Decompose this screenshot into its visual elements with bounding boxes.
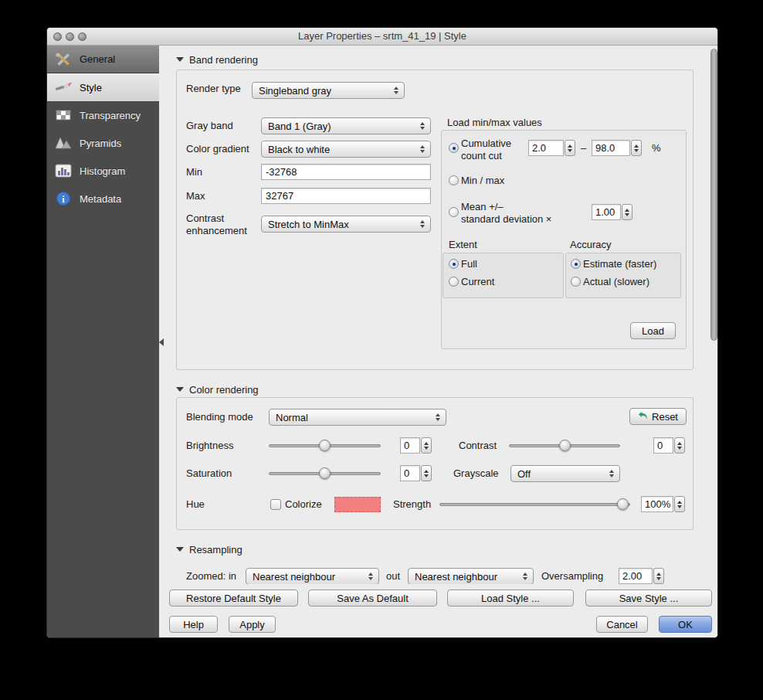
restore-default-style-button[interactable]: Restore Default Style xyxy=(169,590,298,607)
popup-arrows-icon xyxy=(521,573,530,580)
button-label: Load Style ... xyxy=(481,593,540,604)
sidebar-item-general[interactable]: General xyxy=(47,46,159,73)
sidebar-item-transparency[interactable]: Transparency xyxy=(47,101,159,129)
saturation-slider[interactable] xyxy=(269,467,381,479)
ok-button[interactable]: OK xyxy=(659,616,712,633)
style-scroll-area: Band rendering Render type Singleband gr… xyxy=(159,46,718,584)
save-as-default-button[interactable]: Save As Default xyxy=(308,590,437,607)
load-minmax-title: Load min/max values xyxy=(447,117,542,129)
cumulative-max-value[interactable]: 98.0 xyxy=(592,140,630,156)
stepper-icon[interactable] xyxy=(421,465,432,481)
resampling-header[interactable]: Resampling xyxy=(176,543,242,556)
minimize-window-icon[interactable] xyxy=(66,32,74,41)
button-label: Save As Default xyxy=(337,593,409,604)
load-button[interactable]: Load xyxy=(630,322,676,339)
slider-thumb[interactable] xyxy=(559,440,571,451)
saturation-spinner[interactable]: 0 xyxy=(400,465,432,481)
titlebar[interactable]: Layer Properties – srtm_41_19 | Style xyxy=(47,28,717,46)
color-gradient-select[interactable]: Black to white xyxy=(261,141,431,158)
blending-mode-label: Blending mode xyxy=(186,411,253,423)
blending-mode-select[interactable]: Normal xyxy=(269,409,446,426)
stddev-spinner[interactable]: 1.00 xyxy=(592,204,632,220)
color-rendering-header[interactable]: Color rendering xyxy=(176,383,259,396)
contrast-enhancement-label: enhancement xyxy=(186,225,247,237)
button-label: Apply xyxy=(239,619,265,630)
stepper-icon[interactable] xyxy=(631,140,642,156)
mean-stddev-radio[interactable] xyxy=(449,207,459,217)
zoomed-out-value: Nearest neighbour xyxy=(415,571,521,583)
stepper-icon[interactable] xyxy=(565,140,575,156)
sidebar-item-style[interactable]: Style xyxy=(47,73,159,101)
render-type-select[interactable]: Singleband gray xyxy=(252,82,405,99)
min-label: Min xyxy=(186,166,202,178)
stepper-icon[interactable] xyxy=(653,568,664,584)
max-input[interactable]: 32767 xyxy=(261,188,431,204)
accuracy-actual-radio[interactable] xyxy=(571,277,581,287)
extent-label: Extent xyxy=(449,239,477,251)
help-button[interactable]: Help xyxy=(169,616,218,633)
zoomed-in-select[interactable]: Nearest neighbour xyxy=(246,568,379,584)
stepper-icon[interactable] xyxy=(674,437,685,454)
vertical-scrollbar[interactable] xyxy=(710,49,717,341)
oversampling-spinner[interactable]: 2.00 xyxy=(619,568,664,584)
brightness-slider[interactable] xyxy=(269,440,381,451)
contrast-enhancement-value: Stretch to MinMax xyxy=(268,219,418,230)
brightness-spinner[interactable]: 0 xyxy=(400,437,432,454)
cumulative-min-value[interactable]: 2.0 xyxy=(528,140,564,156)
strength-spinner[interactable]: 100% xyxy=(641,496,685,512)
slider-thumb[interactable] xyxy=(319,440,331,451)
load-style-button[interactable]: Load Style ... xyxy=(447,590,574,607)
min-input[interactable]: -32768 xyxy=(261,164,431,180)
colorize-color-swatch[interactable] xyxy=(334,497,381,512)
cumulative-max-spinner[interactable]: 98.0 xyxy=(592,140,642,156)
collapse-triangle-icon xyxy=(176,57,184,62)
saturation-label: Saturation xyxy=(186,467,232,480)
content-area: Band rendering Render type Singleband gr… xyxy=(159,46,717,637)
contrast-slider[interactable] xyxy=(509,440,620,451)
cancel-button[interactable]: Cancel xyxy=(596,616,648,633)
extent-full-radio[interactable] xyxy=(449,259,459,269)
popup-arrows-icon xyxy=(366,573,375,580)
grayscale-select[interactable]: Off xyxy=(510,465,620,482)
extent-current-radio[interactable] xyxy=(449,277,459,287)
load-button-label: Load xyxy=(642,325,664,337)
reset-button[interactable]: Reset xyxy=(629,408,687,425)
gray-band-select[interactable]: Band 1 (Gray) xyxy=(261,117,431,134)
range-dash: – xyxy=(581,142,586,155)
button-label: Save Style ... xyxy=(619,593,679,604)
layer-properties-window: Layer Properties – srtm_41_19 | Style Ge… xyxy=(46,27,718,638)
cumulative-count-cut-radio[interactable] xyxy=(449,143,459,153)
sidebar-item-metadata[interactable]: i Metadata xyxy=(47,185,159,212)
contrast-value[interactable]: 0 xyxy=(653,437,673,454)
button-label: Cancel xyxy=(606,619,637,630)
save-style-button[interactable]: Save Style ... xyxy=(585,590,712,607)
brightness-value[interactable]: 0 xyxy=(400,437,420,454)
load-minmax-panel xyxy=(441,130,687,349)
apply-button[interactable]: Apply xyxy=(229,616,276,633)
pyramid-icon xyxy=(53,136,73,150)
sidebar-item-histogram[interactable]: Histogram xyxy=(47,157,159,185)
splitter-collapse-icon[interactable] xyxy=(159,338,164,346)
stddev-value[interactable]: 1.00 xyxy=(592,204,621,220)
stepper-icon[interactable] xyxy=(622,204,632,220)
slider-thumb[interactable] xyxy=(617,498,629,510)
strength-value[interactable]: 100% xyxy=(641,496,673,512)
contrast-spinner[interactable]: 0 xyxy=(653,437,685,454)
strength-slider[interactable] xyxy=(439,498,630,510)
colorize-checkbox[interactable] xyxy=(270,499,281,510)
band-rendering-header[interactable]: Band rendering xyxy=(176,53,258,66)
zoom-window-icon[interactable] xyxy=(78,32,86,41)
stepper-icon[interactable] xyxy=(421,437,432,454)
cumulative-label: Cumulative xyxy=(461,138,511,150)
contrast-enhancement-select[interactable]: Stretch to MinMax xyxy=(261,216,431,233)
sidebar-item-pyramids[interactable]: Pyramids xyxy=(47,129,159,157)
stepper-icon[interactable] xyxy=(674,496,685,512)
saturation-value[interactable]: 0 xyxy=(400,465,420,481)
close-window-icon[interactable] xyxy=(53,32,62,41)
cumulative-min-spinner[interactable]: 2.0 xyxy=(528,140,575,156)
slider-thumb[interactable] xyxy=(319,467,331,479)
zoomed-out-select[interactable]: Nearest neighbour xyxy=(408,568,534,584)
min-max-radio[interactable] xyxy=(449,175,459,185)
oversampling-value[interactable]: 2.00 xyxy=(619,568,653,584)
accuracy-estimate-radio[interactable] xyxy=(571,259,581,269)
